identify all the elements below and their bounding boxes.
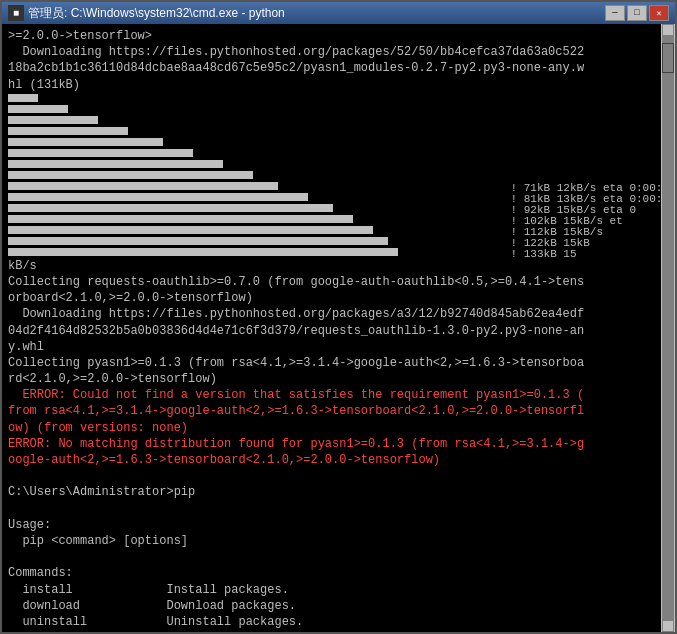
speed-7: ! 133kB 15 [511, 247, 669, 258]
scroll-up-button[interactable]: ▲ [662, 24, 674, 36]
maximize-button[interactable]: □ [627, 5, 647, 21]
cmd-install: install Install packages. [8, 582, 669, 598]
bar-row-2 [8, 104, 511, 115]
cmd-download: download Download packages. [8, 598, 669, 614]
bar-row-11 [8, 203, 511, 214]
line-2: Downloading https://files.pythonhosted.o… [8, 44, 669, 60]
bar-fill-12 [8, 215, 353, 223]
bar-row-5 [8, 137, 511, 148]
scroll-down-button[interactable]: ▼ [662, 620, 674, 632]
bar-row-7 [8, 159, 511, 170]
error-line-4: ERROR: No matching distribution found fo… [8, 436, 669, 452]
bar-fill-13 [8, 226, 373, 234]
after-line-0: kB/s [8, 258, 669, 274]
after-line-4: 04d2f4164d82532b5a0b03836d4d4e71c6f3d379… [8, 323, 669, 339]
speed-column: ! 71kB 12kB/s eta 0:00:0 ! 81kB 13kB/s e… [511, 93, 669, 258]
blank-line-3 [8, 549, 669, 565]
error-line-5: oogle-auth<2,>=1.6.3->tensorboard<2.1.0,… [8, 452, 669, 468]
speed-empty-8 [511, 170, 669, 181]
speed-4: ! 102kB 15kB/s et [511, 214, 669, 225]
line-4: hl (131kB) [8, 77, 669, 93]
bar-row-15 [8, 247, 511, 258]
bar-fill-15 [8, 248, 398, 256]
icon-symbol: ■ [13, 8, 19, 19]
after-line-7: rd<2.1.0,>=2.0.0->tensorflow) [8, 371, 669, 387]
speed-1: ! 71kB 12kB/s eta 0:00:0 [511, 181, 669, 192]
after-line-5: y.whl [8, 339, 669, 355]
after-line-2: orboard<2.1.0,>=2.0.0->tensorflow) [8, 290, 669, 306]
bar-fill-10 [8, 193, 308, 201]
bar-fill-8 [8, 171, 253, 179]
after-line-1: Collecting requests-oauthlib>=0.7.0 (fro… [8, 274, 669, 290]
minimize-button[interactable]: ─ [605, 5, 625, 21]
bar-row-9 [8, 181, 511, 192]
error-line-1: ERROR: Could not find a version that sat… [8, 387, 669, 403]
speed-empty-5 [511, 137, 669, 148]
error-line-3: ow) (from versions: none) [8, 420, 669, 436]
blank-line-2 [8, 501, 669, 517]
title-bar: ■ 管理员: C:\Windows\system32\cmd.exe - pyt… [2, 2, 675, 24]
commands-header: Commands: [8, 565, 669, 581]
scroll-thumb[interactable] [662, 43, 674, 73]
speed-empty-1 [511, 93, 669, 104]
bar-row-6 [8, 148, 511, 159]
bar-fill-4 [8, 127, 128, 135]
speed-empty-2 [511, 104, 669, 115]
bar-fill-9 [8, 182, 278, 190]
terminal-content: >=2.0.0->tensorflow> Downloading https:/… [8, 28, 669, 628]
bar-fill-5 [8, 138, 163, 146]
speed-3: ! 92kB 15kB/s eta 0 [511, 203, 669, 214]
bar-fill-1 [8, 94, 38, 102]
bar-row-10 [8, 192, 511, 203]
window: ■ 管理员: C:\Windows\system32\cmd.exe - pyt… [0, 0, 677, 634]
bar-row-12 [8, 214, 511, 225]
usage-detail: pip <command> [options] [8, 533, 669, 549]
bar-row-14 [8, 236, 511, 247]
progress-grid: ! 71kB 12kB/s eta 0:00:0 ! 81kB 13kB/s e… [8, 93, 669, 258]
speed-2: ! 81kB 13kB/s eta 0:00: [511, 192, 669, 203]
bars-left [8, 93, 511, 258]
speed-empty-4 [511, 126, 669, 137]
bar-row-13 [8, 225, 511, 236]
bar-fill-7 [8, 160, 223, 168]
error-line-2: from rsa<4.1,>=3.1.4->google-auth<2,>=1.… [8, 403, 669, 419]
bar-row-1 [8, 93, 511, 104]
usage-header: Usage: [8, 517, 669, 533]
speed-empty-6 [511, 148, 669, 159]
window-icon: ■ [8, 5, 24, 21]
blank-line-1 [8, 468, 669, 484]
bar-fill-2 [8, 105, 68, 113]
line-1: >=2.0.0->tensorflow> [8, 28, 669, 44]
speed-empty-3 [511, 115, 669, 126]
line-3: 18ba2cb1b1c36110d84dcbae8aa48cd67c5e95c2… [8, 60, 669, 76]
bar-fill-3 [8, 116, 98, 124]
close-button[interactable]: ✕ [649, 5, 669, 21]
scroll-track [662, 36, 674, 620]
speed-empty-7 [511, 159, 669, 170]
prompt-line: C:\Users\Administrator>pip [8, 484, 669, 500]
after-line-6: Collecting pyasn1>=0.1.3 (from rsa<4.1,>… [8, 355, 669, 371]
bar-fill-11 [8, 204, 333, 212]
scrollbar[interactable]: ▲ ▼ [661, 24, 675, 632]
cmd-uninstall: uninstall Uninstall packages. [8, 614, 669, 628]
bar-fill-6 [8, 149, 193, 157]
title-bar-buttons: ─ □ ✕ [605, 5, 669, 21]
bar-row-3 [8, 115, 511, 126]
after-line-3: Downloading https://files.pythonhosted.o… [8, 306, 669, 322]
speed-6: ! 122kB 15kB [511, 236, 669, 247]
bar-row-4 [8, 126, 511, 137]
speed-5: ! 112kB 15kB/s [511, 225, 669, 236]
bar-fill-14 [8, 237, 388, 245]
title-bar-text: 管理员: C:\Windows\system32\cmd.exe - pytho… [28, 5, 605, 22]
bar-row-8 [8, 170, 511, 181]
terminal: >=2.0.0->tensorflow> Downloading https:/… [2, 24, 675, 632]
